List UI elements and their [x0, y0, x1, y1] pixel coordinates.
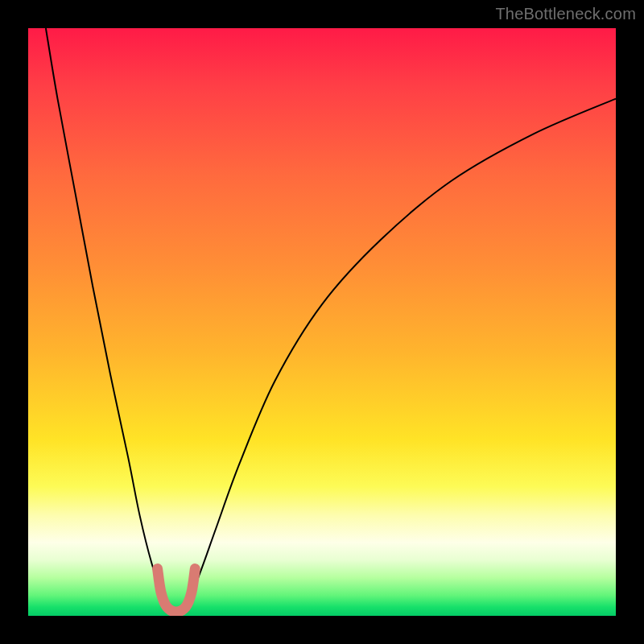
bottleneck-curve	[46, 28, 616, 615]
curve-layer	[28, 28, 616, 616]
watermark-text: TheBottleneck.com	[495, 5, 636, 23]
trough-marker	[158, 569, 196, 612]
chart-frame: TheBottleneck.com	[0, 0, 644, 644]
plot-area	[28, 28, 616, 616]
